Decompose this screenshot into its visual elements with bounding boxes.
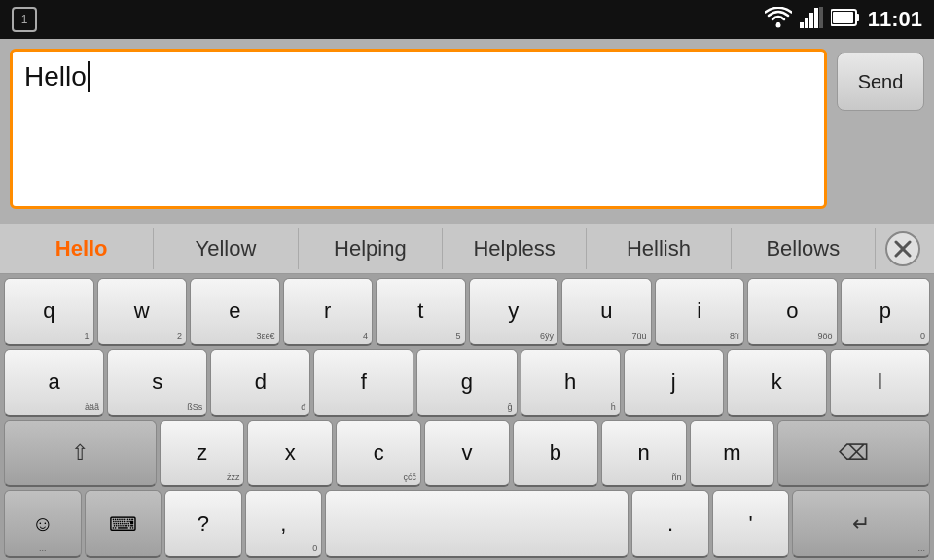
status-right: 11:01 bbox=[765, 7, 922, 32]
key-apostrophe[interactable]: ' bbox=[712, 490, 790, 558]
suggestion-hellish[interactable]: Hellish bbox=[587, 228, 731, 269]
keyboard-switch-key[interactable]: ⌨ bbox=[85, 490, 162, 558]
key-period[interactable]: . bbox=[631, 490, 709, 558]
key-h[interactable]: h ĥ bbox=[521, 349, 621, 417]
wifi-icon bbox=[765, 7, 792, 32]
shift-key[interactable]: ⇧ bbox=[4, 420, 157, 488]
keyboard-row-1: q 1 w 2 e 3εé€ r 4 t 5 y 6ÿý u 7üù i 8ïî bbox=[4, 278, 930, 346]
svg-point-0 bbox=[775, 23, 780, 28]
key-o[interactable]: o 9öô bbox=[747, 278, 838, 346]
key-i[interactable]: i 8ïî bbox=[655, 278, 745, 346]
keyboard-icon: ⌨ bbox=[109, 512, 137, 536]
input-text: Hello bbox=[24, 61, 87, 92]
keyboard: q 1 w 2 e 3εé€ r 4 t 5 y 6ÿý u 7üù i 8ïî bbox=[0, 274, 934, 560]
key-j[interactable]: j bbox=[624, 349, 724, 417]
suggestion-bar: Hello Yellow Helping Helpless Hellish Be… bbox=[0, 224, 934, 274]
notification-icon: 1 bbox=[12, 7, 37, 32]
keyboard-row-3: ⇧ z żzz x c çćč v b n ñn m ⌫ bbox=[4, 420, 930, 488]
key-r[interactable]: r 4 bbox=[283, 278, 374, 346]
signal-icon bbox=[800, 7, 823, 32]
key-n[interactable]: n ñn bbox=[601, 420, 687, 488]
key-v[interactable]: v bbox=[424, 420, 510, 488]
key-q[interactable]: q 1 bbox=[4, 278, 94, 346]
key-comma[interactable]: , 0 bbox=[245, 490, 323, 558]
backspace-key[interactable]: ⌫ bbox=[777, 420, 930, 488]
svg-rect-5 bbox=[819, 7, 823, 28]
enter-icon: ↵ bbox=[852, 511, 870, 537]
keyboard-row-2: a àäã s ßSs d đ f g ĝ h ĥ j k l bbox=[4, 349, 930, 417]
key-p[interactable]: p 0 bbox=[841, 278, 931, 346]
status-left: 1 bbox=[12, 7, 37, 32]
svg-rect-4 bbox=[814, 8, 818, 28]
suggestion-bellows[interactable]: Bellows bbox=[732, 228, 876, 269]
key-s[interactable]: s ßSs bbox=[107, 349, 207, 417]
message-area: Hello Send bbox=[0, 39, 934, 224]
key-w[interactable]: w 2 bbox=[97, 278, 188, 346]
suggestion-helping[interactable]: Helping bbox=[299, 228, 443, 269]
svg-rect-3 bbox=[809, 13, 813, 28]
notification-number: 1 bbox=[21, 13, 28, 26]
spacebar-key[interactable] bbox=[325, 490, 629, 558]
svg-rect-7 bbox=[856, 14, 859, 21]
svg-rect-8 bbox=[833, 12, 853, 23]
suggestion-yellow[interactable]: Yellow bbox=[154, 228, 298, 269]
keyboard-row-4: ☺ ... ⌨ ? , 0 . ' ↵ ... bbox=[4, 490, 930, 558]
suggestion-close-button[interactable] bbox=[881, 228, 924, 270]
suggestion-hello[interactable]: Hello bbox=[10, 228, 154, 269]
key-y[interactable]: y 6ÿý bbox=[469, 278, 559, 346]
text-input-field[interactable]: Hello bbox=[10, 49, 827, 209]
svg-rect-2 bbox=[805, 18, 808, 28]
suggestion-helpless[interactable]: Helpless bbox=[443, 228, 587, 269]
time-display: 11:01 bbox=[868, 7, 922, 32]
key-k[interactable]: k bbox=[727, 349, 827, 417]
status-bar: 1 bbox=[0, 0, 934, 39]
key-g[interactable]: g ĝ bbox=[416, 349, 517, 417]
key-f[interactable]: f bbox=[313, 349, 413, 417]
send-button[interactable]: Send bbox=[837, 52, 924, 111]
backspace-icon: ⌫ bbox=[839, 440, 869, 466]
key-t[interactable]: t 5 bbox=[376, 278, 466, 346]
key-question[interactable]: ? bbox=[164, 490, 242, 558]
key-b[interactable]: b bbox=[513, 420, 598, 488]
battery-icon bbox=[831, 7, 860, 32]
key-u[interactable]: u 7üù bbox=[561, 278, 652, 346]
key-e[interactable]: e 3εé€ bbox=[190, 278, 280, 346]
key-d[interactable]: d đ bbox=[210, 349, 310, 417]
shift-icon: ⇧ bbox=[71, 440, 89, 466]
key-m[interactable]: m bbox=[690, 420, 775, 488]
emoji-key[interactable]: ☺ ... bbox=[4, 490, 82, 558]
key-l[interactable]: l bbox=[830, 349, 930, 417]
key-x[interactable]: x bbox=[247, 420, 333, 488]
key-c[interactable]: c çćč bbox=[336, 420, 421, 488]
enter-key[interactable]: ↵ ... bbox=[792, 490, 930, 558]
text-cursor bbox=[88, 61, 90, 92]
key-z[interactable]: z żzz bbox=[160, 420, 245, 488]
key-a[interactable]: a àäã bbox=[4, 349, 104, 417]
svg-rect-1 bbox=[800, 22, 804, 28]
emoji-icon: ☺ bbox=[32, 511, 54, 537]
